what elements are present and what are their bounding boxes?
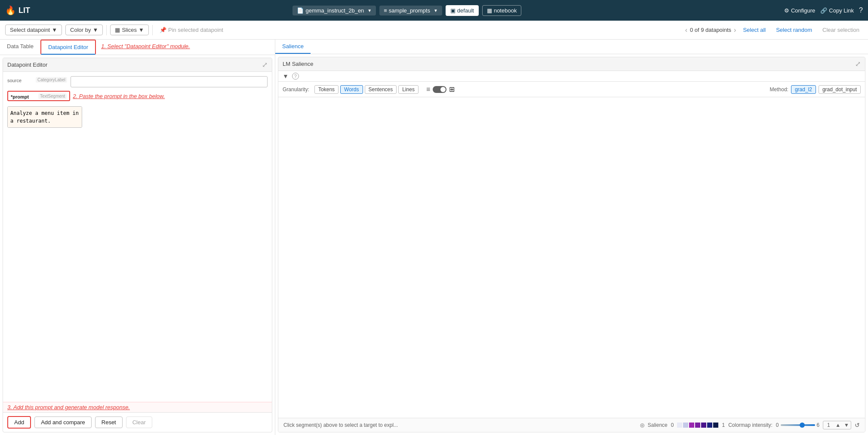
method-section: Method: grad_l2 grad_dot_input: [770, 85, 861, 94]
color-by-button[interactable]: Color by ▼: [65, 25, 103, 35]
select-datapoint-button[interactable]: Select datapoint ▼: [5, 25, 62, 35]
stepper-up-button[interactable]: ▲: [834, 421, 842, 429]
prompt-textarea[interactable]: Analyze a menu item in a restaurant. ## …: [8, 107, 82, 127]
toggle-knob: [440, 87, 446, 92]
method-label: Method:: [770, 86, 788, 93]
help-icon[interactable]: ?: [859, 6, 863, 14]
grid-view-icon[interactable]: ⊞: [448, 84, 456, 94]
tab-data-table[interactable]: Data Table: [0, 40, 40, 55]
cs7: [713, 423, 718, 428]
configure-button[interactable]: ⚙ Configure: [784, 7, 815, 14]
prompt-field-label: *prompt: [11, 93, 37, 99]
configure-label: Configure: [791, 7, 815, 14]
datapoint-count: 0 of 9 datapoints: [690, 27, 731, 33]
tab-datapoint-editor[interactable]: Datapoint Editor: [40, 40, 96, 55]
prompt-textarea-wrapper: Analyze a menu item in a restaurant. ## …: [7, 106, 82, 128]
header: 🔥 LIT 📄 gemma_instruct_2b_en ▼ ≡ sample_…: [0, 0, 868, 21]
click-segment-label: Click segment(s) above to select a targe…: [283, 422, 398, 428]
granularity-buttons: Tokens Words Sentences Lines: [314, 85, 419, 94]
header-center: 📄 gemma_instruct_2b_en ▼ ≡ sample_prompt…: [37, 5, 777, 16]
link-icon: 🔗: [820, 7, 827, 14]
dataset-selector[interactable]: ≡ sample_prompts ▼: [379, 6, 442, 15]
salience-icon: ◎: [640, 422, 644, 428]
colormap-min: 0: [776, 422, 779, 428]
dataset-icon: ≡: [384, 7, 387, 14]
colormap-label: Colormap intensity:: [728, 422, 773, 428]
select-random-button[interactable]: Select random: [773, 25, 816, 35]
right-panel: Salience LM Salience ⤢ ▼ ? Granularity: …: [275, 40, 868, 435]
clear-button[interactable]: Clear: [126, 416, 152, 428]
salience-dropdown-icon[interactable]: ▼: [283, 73, 289, 80]
expand-icon[interactable]: ⤢: [262, 61, 268, 69]
copy-link-button[interactable]: 🔗 Copy Link: [820, 7, 854, 14]
model-selector[interactable]: 📄 gemma_instruct_2b_en ▼: [292, 6, 376, 15]
granularity-label: Granularity:: [283, 86, 309, 93]
view-buttons: ≡ ⊞: [425, 84, 456, 94]
pin-label: Pin selected datapoint: [168, 27, 223, 33]
salience-max: 1: [722, 422, 725, 428]
salience-module: LM Salience ⤢ ▼ ? Granularity: Tokens Wo…: [278, 57, 865, 432]
model-name: gemma_instruct_2b_en: [305, 7, 364, 14]
annotation-step3-bar: 3. Add this prompt and generate model re…: [3, 402, 272, 412]
refresh-icon[interactable]: ↺: [855, 422, 860, 429]
module-title: Datapoint Editor: [7, 62, 47, 68]
tab-salience[interactable]: Salience: [275, 40, 311, 54]
pin-button[interactable]: 📌 Pin selected datapoint: [160, 27, 223, 33]
source-field-label: source: [7, 76, 33, 83]
gran-tokens-button[interactable]: Tokens: [314, 85, 339, 94]
datapoint-editor-module: Datapoint Editor ⤢ source CategoryLabel: [3, 58, 272, 432]
add-button[interactable]: Add: [7, 416, 31, 429]
annotation-step1: 1. Select "Datapoint Editor" module.: [96, 40, 195, 55]
colormap-squares: [677, 423, 718, 428]
prompt-label-box: *prompt TextSegment: [7, 91, 70, 101]
salience-header: LM Salience ⤢: [278, 57, 865, 71]
list-view-icon[interactable]: ≡: [425, 85, 431, 94]
prompt-label-row: *prompt TextSegment 2. Paste the prompt …: [7, 91, 165, 101]
salience-expand-icon[interactable]: ⤢: [855, 60, 861, 68]
add-compare-button[interactable]: Add and compare: [34, 416, 92, 428]
stepper-down-button[interactable]: ▼: [842, 421, 851, 429]
cs5: [701, 423, 706, 428]
gear-icon: ⚙: [784, 7, 789, 14]
stepper: 1 ▲ ▼: [823, 421, 851, 429]
salience-label: Salience: [648, 422, 668, 428]
source-field-input[interactable]: [71, 76, 268, 87]
default-icon: ▣: [450, 7, 456, 14]
gran-lines-button[interactable]: Lines: [398, 85, 419, 94]
bottom-bar: Click segment(s) above to select a targe…: [278, 418, 865, 432]
left-tabs-row: Data Table Datapoint Editor 1. Select "D…: [0, 40, 275, 55]
prompt-field-type: TextSegment: [38, 93, 67, 99]
toggle-switch[interactable]: [433, 86, 446, 93]
toolbar-separator: [106, 25, 107, 35]
annotation-step3: 3. Add this prompt and generate model re…: [7, 404, 130, 410]
nav-next-icon[interactable]: ›: [734, 26, 736, 34]
default-button[interactable]: ▣ default: [446, 5, 479, 16]
cs2: [683, 423, 688, 428]
method-grad-l2-button[interactable]: grad_l2: [791, 85, 816, 94]
notebook-button[interactable]: ▦ notebook: [482, 5, 522, 16]
colormap-slider-wrap: 0 6: [776, 422, 819, 428]
slices-button[interactable]: ▦ Slices ▼: [110, 25, 149, 35]
nav-prev-icon[interactable]: ‹: [685, 26, 687, 34]
reset-button[interactable]: Reset: [95, 416, 123, 428]
select-all-button[interactable]: Select all: [739, 25, 769, 35]
slices-arrow: ▼: [139, 27, 144, 33]
salience-help-icon[interactable]: ?: [292, 73, 299, 80]
colormap-slider[interactable]: [781, 424, 815, 426]
clear-selection-button[interactable]: Clear selection: [819, 25, 863, 35]
gran-words-button[interactable]: Words: [340, 85, 363, 94]
annotation-step2: 2. Paste the prompt in the box below.: [73, 93, 165, 99]
bottom-left: Click segment(s) above to select a targe…: [283, 422, 398, 428]
source-field-row: source CategoryLabel: [7, 76, 268, 87]
cs3: [689, 423, 694, 428]
method-grad-dot-button[interactable]: grad_dot_input: [819, 85, 861, 94]
select-datapoint-label: Select datapoint: [10, 27, 50, 33]
cs6: [707, 423, 712, 428]
toolbar-separator-2: [152, 25, 153, 35]
stepper-value: 1: [823, 421, 834, 429]
dp-editor-body: source CategoryLabel *prompt TextSegment…: [3, 72, 272, 402]
salience-title: LM Salience: [283, 61, 314, 67]
salience-min: 0: [671, 422, 674, 428]
notebook-label: notebook: [494, 7, 517, 14]
gran-sentences-button[interactable]: Sentences: [365, 85, 397, 94]
